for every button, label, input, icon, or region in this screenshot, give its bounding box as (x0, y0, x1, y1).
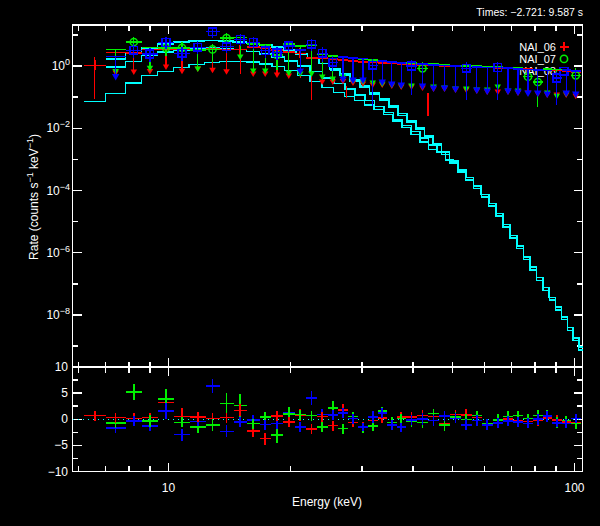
svg-text:10: 10 (55, 360, 69, 374)
svg-text:100: 100 (564, 481, 584, 495)
svg-text:−10: −10 (48, 465, 69, 479)
svg-text:NAI_06: NAI_06 (519, 41, 556, 53)
svg-text:−5: −5 (54, 438, 68, 452)
svg-text:0: 0 (61, 412, 68, 426)
svg-text:NAI_07: NAI_07 (519, 53, 556, 65)
svg-text:Energy (keV): Energy (keV) (292, 495, 362, 509)
svg-text:5: 5 (61, 386, 68, 400)
svg-text:Times: −2.721: 9.587 s: Times: −2.721: 9.587 s (476, 6, 583, 18)
svg-text:Rate (counts s−1 keV−1): Rate (counts s−1 keV−1) (25, 134, 41, 260)
svg-text:10: 10 (162, 481, 176, 495)
